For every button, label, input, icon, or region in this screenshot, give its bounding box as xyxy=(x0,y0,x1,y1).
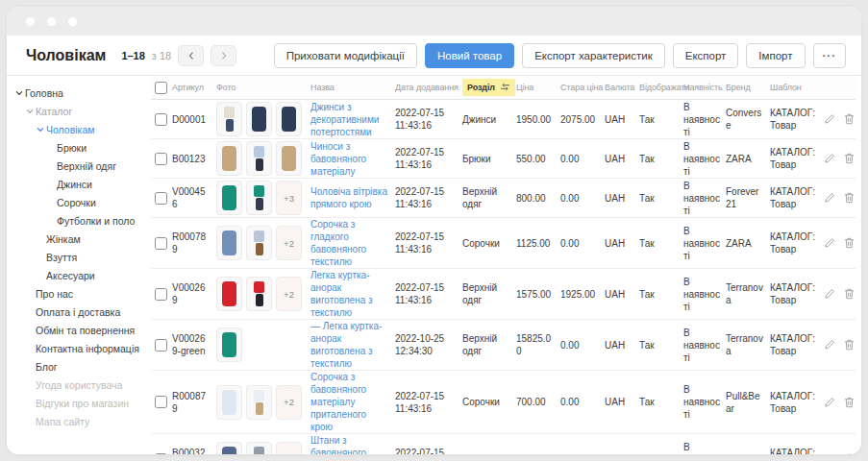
row-checkbox[interactable] xyxy=(155,237,167,250)
product-photo-thumbnail[interactable] xyxy=(216,277,242,311)
row-checkbox[interactable] xyxy=(155,153,167,165)
table-row: R000789+2Сорочка з гладкого бавовняного … xyxy=(151,218,856,269)
window-maximize-dot-icon[interactable] xyxy=(68,17,77,26)
delete-button[interactable] xyxy=(844,453,855,454)
delete-button[interactable] xyxy=(844,113,855,125)
import-button[interactable]: Імпорт xyxy=(746,43,805,68)
sidebar-item-pro-nas[interactable]: Про нас xyxy=(7,284,151,303)
product-photo-thumbnail[interactable] xyxy=(216,226,242,260)
row-actions xyxy=(824,237,856,249)
delete-button[interactable] xyxy=(844,237,855,249)
sidebar-item-aksesuary[interactable]: Аксесуари xyxy=(7,266,151,284)
row-checkbox[interactable] xyxy=(155,339,167,352)
delete-button[interactable] xyxy=(844,288,855,300)
product-photo-thumbnail[interactable] xyxy=(246,226,272,260)
edit-button[interactable] xyxy=(824,192,835,204)
product-name-link[interactable]: Чиноси з бавовняного матеріалу xyxy=(310,140,395,178)
row-select-cell xyxy=(151,192,172,205)
sidebar-item-cholovikam[interactable]: Чоловікам xyxy=(7,120,151,138)
sort-icon[interactable] xyxy=(500,83,510,93)
next-page-button[interactable] xyxy=(211,45,236,66)
more-photos-badge[interactable]: +2 xyxy=(276,442,302,454)
edit-button[interactable] xyxy=(824,288,835,300)
new-product-button[interactable]: Новий товар xyxy=(425,43,514,68)
sidebar-item-holovna[interactable]: Головна xyxy=(7,84,151,102)
sidebar-item-oplata-i-dostavka[interactable]: Оплата і доставка xyxy=(7,303,151,321)
more-photos-badge[interactable]: +2 xyxy=(276,226,302,260)
sorted-column-highlight: Розділ xyxy=(462,79,515,96)
product-photo-thumbnail[interactable] xyxy=(246,277,272,311)
product-photo-thumbnail[interactable] xyxy=(246,442,272,454)
row-actions xyxy=(824,192,856,204)
row-select-cell xyxy=(151,113,172,126)
product-photo-thumbnail[interactable] xyxy=(216,141,242,176)
product-name-link[interactable]: Сорочка з бавовняного матеріалу притален… xyxy=(310,371,395,433)
product-photo-thumbnail[interactable] xyxy=(246,102,272,136)
page-header: Чоловікам 1–18 з 18 Приховати модифікаці… xyxy=(7,36,861,75)
row-checkbox[interactable] xyxy=(155,192,167,205)
product-name-link[interactable]: Легка куртка-анорак виготовлена з тексти… xyxy=(310,269,395,319)
product-photo-thumbnail[interactable] xyxy=(216,328,242,362)
product-photo-thumbnail[interactable] xyxy=(246,141,272,176)
sidebar-navigation: ГоловнаКаталогЧоловікамБрюкиВерхній одяг… xyxy=(7,76,151,454)
edit-button[interactable] xyxy=(824,397,835,408)
window-minimize-dot-icon[interactable] xyxy=(47,17,56,26)
delete-button[interactable] xyxy=(844,153,855,164)
product-photo-thumbnail[interactable] xyxy=(216,102,242,136)
more-photos-badge[interactable]: +2 xyxy=(276,277,302,311)
sidebar-item-vidhuky-pro-mahazyn[interactable]: Відгуки про магазин xyxy=(7,394,151,412)
row-checkbox[interactable] xyxy=(155,396,167,408)
prev-page-button[interactable] xyxy=(178,45,204,66)
edit-button[interactable] xyxy=(824,153,835,164)
sidebar-item-verkhnii-odiah[interactable]: Верхній одяг xyxy=(7,157,151,175)
product-photo-thumbnail[interactable] xyxy=(276,141,302,176)
export-button[interactable]: Експорт xyxy=(673,43,739,68)
edit-button[interactable] xyxy=(824,339,835,351)
product-photo-thumbnail[interactable] xyxy=(216,442,242,454)
sidebar-item-briuky[interactable]: Брюки xyxy=(7,138,151,157)
delete-button[interactable] xyxy=(844,192,855,204)
window-close-dot-icon[interactable] xyxy=(26,17,35,26)
product-photo-thumbnail[interactable] xyxy=(276,102,302,136)
old-price-cell: 1925.00 xyxy=(560,288,605,301)
row-checkbox[interactable] xyxy=(155,453,167,455)
sidebar-item-bloh[interactable]: Блог xyxy=(7,357,151,376)
product-name-link[interactable]: Чоловіча вітрівка прямого крою xyxy=(310,185,395,210)
product-name-link[interactable]: — Легка куртка-анорак виготовлена з текс… xyxy=(310,320,395,370)
more-actions-button[interactable]: ··· xyxy=(813,43,847,68)
edit-button[interactable] xyxy=(824,453,835,454)
more-photos-badge[interactable]: +2 xyxy=(276,385,302,420)
sidebar-item-label: Про нас xyxy=(36,288,73,300)
sidebar-item-kataloh[interactable]: Каталог xyxy=(7,102,151,120)
select-all-checkbox[interactable] xyxy=(155,82,167,94)
product-name-link[interactable]: Сорочка з гладкого бавовняного текстилю xyxy=(310,218,395,268)
product-name-link[interactable]: Джинси з декоративними потертостями xyxy=(310,101,395,138)
product-name-link[interactable]: Штани з бавовняного матеріалу прямого кр… xyxy=(310,434,395,454)
sidebar-item-vzuttia[interactable]: Взуття xyxy=(7,248,151,266)
column-header-section[interactable]: Розділ xyxy=(462,79,516,96)
hide-modifications-button[interactable]: Приховати модифікації xyxy=(274,43,417,68)
delete-button[interactable] xyxy=(844,397,855,408)
sidebar-item-futbolky-y-polo[interactable]: Футболки и поло xyxy=(7,211,151,230)
sidebar-item-mapa-saitu[interactable]: Мапа сайту xyxy=(7,412,151,430)
row-checkbox[interactable] xyxy=(155,288,167,301)
edit-button[interactable] xyxy=(824,237,835,249)
sidebar-item-zhinkam[interactable]: Жінкам xyxy=(7,230,151,248)
section-cell: Верхній одяг xyxy=(462,281,516,306)
template-cell: КАТАЛОГ: Товар xyxy=(770,390,824,415)
export-characteristics-button[interactable]: Експорт характеристик xyxy=(522,43,665,68)
delete-button[interactable] xyxy=(844,339,855,351)
sidebar-item-dzhynsy[interactable]: Джинси xyxy=(7,175,151,193)
edit-button[interactable] xyxy=(824,113,835,125)
product-photo-thumbnail[interactable] xyxy=(216,385,242,420)
row-checkbox[interactable] xyxy=(155,113,167,126)
sidebar-item-obmin-ta-povernennia[interactable]: Обмін та повернення xyxy=(7,321,151,339)
more-photos-badge[interactable]: +3 xyxy=(276,181,302,215)
product-photo-thumbnail[interactable] xyxy=(246,181,272,215)
chevron-left-icon xyxy=(187,52,195,60)
sidebar-item-sorochky[interactable]: Сорочки xyxy=(7,193,151,211)
sidebar-item-uhoda-korystuvacha[interactable]: Угода користувача xyxy=(7,376,151,394)
product-photo-thumbnail[interactable] xyxy=(216,181,242,215)
product-photo-thumbnail[interactable] xyxy=(246,385,272,420)
sidebar-item-kontaktna-informatsiia[interactable]: Контактна інформація xyxy=(7,339,151,357)
